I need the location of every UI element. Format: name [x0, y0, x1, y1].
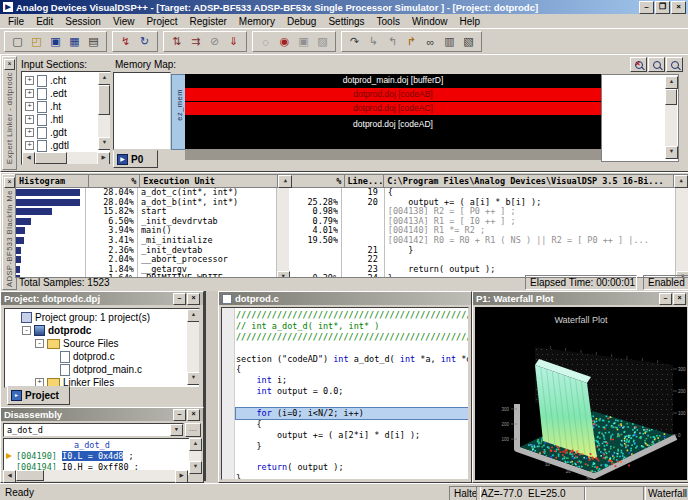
code-line[interactable]: return( output ); [236, 462, 468, 473]
source-text[interactable]: { [388, 188, 675, 198]
save-file-icon[interactable]: ▣ [47, 33, 64, 50]
execution-unit[interactable]: _init_devtab [141, 246, 276, 256]
expand-icon[interactable]: - [35, 339, 44, 348]
scroll-left-icon[interactable]: ◀ [3, 470, 16, 483]
col-pct2[interactable]: % [292, 175, 345, 187]
load-program-icon[interactable]: ⇓ [225, 33, 242, 50]
source-text[interactable] [388, 255, 675, 265]
menu-item-memory[interactable]: Memory [233, 15, 281, 28]
menu-item-project[interactable]: Project [140, 15, 183, 28]
tab-project[interactable]: ▸ Project [7, 386, 70, 405]
source-text[interactable]: } [388, 246, 675, 256]
disassembly-close-icon[interactable]: × [187, 409, 200, 421]
scroll-up-icon[interactable]: ▲ [98, 72, 111, 85]
code-line[interactable]: ////////////////////////////////////////… [236, 332, 468, 343]
code-line[interactable] [236, 343, 468, 354]
source-text[interactable]: [004138] R2 = [ P0 ++ ] ; [388, 207, 675, 217]
input-sections-vscroll[interactable]: ▲ ▼ [98, 72, 110, 150]
profiler-vscroll1[interactable]: ▼ [277, 188, 289, 278]
expand-icon[interactable]: - [22, 326, 31, 335]
execution-unit[interactable]: a_dot_b(int*, int*) [141, 198, 276, 208]
memory-map-vscroll[interactable]: ▲ ▼ [665, 76, 677, 159]
compile-file-icon[interactable]: ⇅ [168, 33, 185, 50]
run-icon[interactable]: ◌ [257, 33, 274, 50]
scroll-thumb[interactable] [665, 89, 677, 105]
code-line[interactable]: int output = 0.0; [236, 386, 468, 397]
code-editor[interactable]: ////////////////////////////////////////… [221, 307, 469, 480]
close-button[interactable]: × [671, 1, 686, 14]
project-tree-item[interactable]: dotprod.c [7, 350, 199, 363]
editor-gutter[interactable] [222, 308, 235, 479]
memory-window-icon[interactable]: ▥ [441, 33, 458, 50]
disassembly-hscroll[interactable]: ◀ ▶ [3, 470, 188, 481]
menu-item-file[interactable]: File [2, 15, 30, 28]
scroll-thumb[interactable] [35, 152, 67, 164]
new-session-icon[interactable]: ↻ [136, 33, 153, 50]
save-all-icon[interactable]: ▦ [66, 33, 83, 50]
source-text[interactable]: [004140] R1 *= R2 ; [388, 226, 675, 236]
step-into-icon[interactable]: ↳ [365, 33, 382, 50]
menu-item-session[interactable]: Session [59, 15, 107, 28]
execution-unit[interactable]: __abort_processor [141, 255, 276, 265]
zoom-reset-icon[interactable] [630, 57, 647, 72]
project-minimize-icon[interactable]: – [173, 293, 186, 305]
code-line[interactable]: for (i=0; i<N/2; i++) [236, 408, 468, 419]
scroll-up-icon[interactable]: ▲ [665, 76, 678, 89]
connect-session-icon[interactable]: ↯ [117, 33, 134, 50]
scroll-left-icon[interactable]: ◀ [22, 152, 35, 165]
menu-item-view[interactable]: View [107, 15, 141, 28]
disassembly-vscroll[interactable]: ▲ ▼ [189, 438, 201, 474]
scroll-right-icon[interactable]: ▶ [175, 470, 188, 483]
input-sections-hscroll[interactable]: ◀ ▶ [22, 152, 110, 164]
scroll-up-icon[interactable]: ▲ [278, 175, 292, 188]
profiler-close-icon[interactable]: × [4, 177, 15, 188]
expand-icon[interactable]: + [25, 76, 34, 85]
plot-window-icon[interactable]: ▧ [460, 33, 477, 50]
expand-icon[interactable]: + [25, 128, 34, 137]
menu-item-register[interactable]: Register [184, 15, 233, 28]
step-over-icon[interactable]: ↷ [346, 33, 363, 50]
memory-bar[interactable]: dotprod.doj [codeAB] [185, 88, 601, 101]
menu-item-window[interactable]: Window [406, 15, 454, 28]
execution-unit[interactable]: __getargv [141, 265, 276, 275]
new-file-icon[interactable]: ▢ [9, 33, 26, 50]
project-vscroll[interactable]: ▲ ▼ [187, 309, 199, 385]
disassembly-row[interactable]: a_dot_d [4, 440, 189, 451]
expand-icon[interactable]: + [25, 102, 34, 111]
menu-item-tools[interactable]: Tools [371, 15, 406, 28]
disassembly-minimize-icon[interactable]: – [173, 409, 186, 421]
scroll-up-icon[interactable]: ▲ [189, 438, 202, 451]
menu-item-settings[interactable]: Settings [322, 15, 370, 28]
scroll-right-icon[interactable]: ▶ [97, 152, 110, 165]
memory-map-list[interactable] [113, 72, 171, 150]
code-line[interactable]: } [236, 441, 468, 452]
source-text[interactable]: output += ( a[i] * b[i] ); [388, 198, 675, 208]
scroll-up-icon[interactable]: ▲ [187, 309, 200, 322]
project-tree-item[interactable]: -Source Files [7, 337, 199, 350]
menu-item-help[interactable]: Help [453, 15, 486, 28]
expand-icon[interactable]: + [25, 89, 34, 98]
disassembly-options-button[interactable]: … [185, 423, 201, 437]
combo-dropdown-icon[interactable]: ▼ [170, 424, 183, 436]
print-icon[interactable]: ▤ [85, 33, 102, 50]
zoom-out-icon[interactable] [666, 57, 683, 72]
memory-map-tab-p0[interactable]: ▶ P0 [113, 150, 158, 168]
code-line[interactable] [236, 397, 468, 408]
waterfall-close-icon[interactable]: × [673, 293, 686, 305]
scroll-down-icon[interactable]: ▼ [189, 461, 202, 474]
step-out-icon[interactable]: ↰ [384, 33, 401, 50]
build-project-icon[interactable]: ⇉ [187, 33, 204, 50]
execution-unit[interactable]: main() [141, 226, 276, 236]
project-close-icon[interactable]: × [187, 293, 200, 305]
memory-bar[interactable]: dotprod.doj [codeAD] [185, 118, 601, 131]
code-line[interactable]: int i; [236, 375, 468, 386]
code-line[interactable]: // int a_dot_d( int*, int* ) [236, 321, 468, 332]
memory-bar[interactable]: dotprod_main.doj [bufferD] [185, 74, 601, 87]
expand-icon[interactable]: + [25, 115, 34, 124]
col-histogram[interactable]: Histogram [16, 175, 89, 187]
col-pct[interactable]: % [89, 175, 140, 187]
execution-unit[interactable]: _mi_initialize [141, 236, 276, 246]
code-line[interactable]: ////////////////////////////////////////… [236, 310, 468, 321]
symbol-combobox[interactable]: a_dot_d ▼ [3, 423, 184, 437]
open-file-icon[interactable]: ◰ [28, 33, 45, 50]
